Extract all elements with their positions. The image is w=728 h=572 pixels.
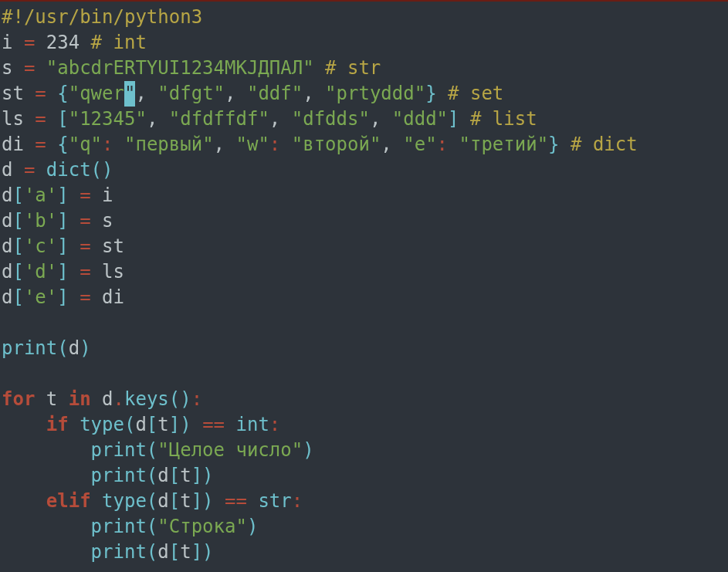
token-op: : (191, 388, 202, 410)
token-default (113, 134, 124, 155)
code-line[interactable]: for t in d.keys(): (2, 387, 728, 412)
token-default: st (91, 235, 124, 257)
token-default (2, 414, 46, 435)
code-line[interactable]: d['e'] = di (2, 285, 728, 310)
token-default: , (381, 134, 403, 155)
token-default (214, 490, 225, 512)
token-op: : (437, 134, 448, 155)
code-line[interactable]: print("Целое число") (2, 438, 728, 463)
token-default (2, 465, 91, 486)
token-bracket: ( (124, 414, 135, 435)
token-default: st (2, 83, 35, 104)
token-keyword: if (46, 414, 69, 435)
token-string: "q" (69, 134, 102, 155)
token-func: dict (46, 159, 91, 181)
token-string: "e" (403, 134, 436, 155)
token-bracket: ] (448, 108, 459, 130)
code-line[interactable]: s = "abcdrERTYUI1234MKJДПАЛ" # str (2, 56, 728, 81)
token-bracket: } (425, 83, 436, 104)
token-bracket: [ (169, 490, 180, 512)
token-op: : (292, 490, 303, 512)
code-line[interactable]: print(d[t]) (2, 463, 728, 489)
token-type: int (235, 414, 269, 435)
token-keyword: elif (46, 490, 91, 512)
token-string: "Строка" (157, 516, 247, 537)
token-op: = (80, 184, 90, 206)
code-line[interactable]: d['b'] = s (2, 208, 728, 234)
token-default (459, 108, 470, 130)
token-op: = (80, 210, 90, 232)
token-bracket: [ (147, 414, 157, 435)
token-func: print (91, 516, 147, 537)
token-default: s (2, 57, 24, 79)
token-default: t (180, 541, 191, 563)
token-string: 'b' (24, 210, 57, 232)
token-default (46, 134, 57, 155)
code-line[interactable]: ls = ["12345", "dfdffdf", "dfdds", "ddd"… (2, 107, 728, 132)
token-default: d (91, 388, 113, 410)
token-default (69, 286, 80, 308)
token-bracket: ] (169, 414, 180, 435)
token-bracket: ( (147, 541, 157, 563)
token-default: d (2, 210, 12, 232)
token-bracket: ] (57, 235, 68, 257)
code-line[interactable]: d = dict() (2, 157, 728, 183)
code-line[interactable]: if type(d[t]) == int: (2, 412, 728, 438)
token-default (2, 490, 46, 512)
token-func: print (2, 337, 57, 359)
token-string: "qwer (69, 83, 124, 104)
code-line[interactable]: print(d[t]) (2, 540, 728, 565)
token-bracket: [ (12, 261, 23, 283)
token-func: print (91, 541, 147, 563)
code-line[interactable]: print(d) (2, 336, 728, 361)
token-type: str (258, 490, 291, 512)
token-comment: # set (448, 83, 503, 104)
token-op: = (24, 57, 35, 79)
token-func: print (91, 439, 147, 461)
code-line[interactable]: d['c'] = st (2, 234, 728, 259)
token-op: == (225, 490, 247, 512)
token-bracket: } (548, 134, 559, 155)
token-default: d (2, 159, 24, 181)
token-default (69, 235, 80, 257)
token-op: = (80, 286, 90, 308)
token-bracket: ( (147, 516, 157, 537)
code-line[interactable]: i = 234 # int (2, 30, 728, 56)
code-line[interactable]: d['d'] = ls (2, 259, 728, 285)
token-default (2, 516, 91, 537)
token-default (247, 490, 258, 512)
token-op: : (102, 134, 113, 155)
token-default: ls (2, 108, 35, 130)
token-bracket: [ (12, 184, 23, 206)
code-line[interactable]: st = {"qwer", "dfgt", "ddf", "prtyddd"} … (2, 81, 728, 107)
token-bracket: ] (191, 490, 202, 512)
code-line[interactable]: di = {"q": "первый", "w": "второй", "e":… (2, 132, 728, 157)
token-default (191, 414, 202, 435)
token-func: print (91, 465, 147, 486)
code-line[interactable] (2, 361, 728, 387)
token-default: d (135, 414, 146, 435)
token-bracket: { (57, 134, 68, 155)
token-string: "второй" (292, 134, 381, 155)
token-bracket: ( (147, 439, 157, 461)
code-line[interactable]: elif type(d[t]) == str: (2, 489, 728, 514)
token-op: = (35, 83, 46, 104)
token-string: "prtyddd" (325, 83, 425, 104)
code-line[interactable] (2, 310, 728, 336)
token-comment: # list (470, 108, 537, 130)
token-default: i (2, 32, 24, 53)
token-bracket: ) (303, 439, 313, 461)
token-default: d (2, 184, 12, 206)
token-string: "третий" (459, 134, 549, 155)
code-line[interactable]: #!/usr/bin/python3 (2, 5, 728, 30)
token-string: 'a' (24, 184, 57, 206)
code-line[interactable]: print("Строка") (2, 514, 728, 540)
cursor: " (124, 81, 135, 107)
token-default: , (303, 83, 325, 104)
token-default (46, 108, 57, 130)
token-default: ls (91, 261, 124, 283)
token-op: = (35, 108, 46, 130)
code-editor[interactable]: #!/usr/bin/python3i = 234 # ints = "abcd… (0, 0, 728, 565)
token-default: , (269, 108, 292, 130)
code-line[interactable]: d['a'] = i (2, 183, 728, 208)
